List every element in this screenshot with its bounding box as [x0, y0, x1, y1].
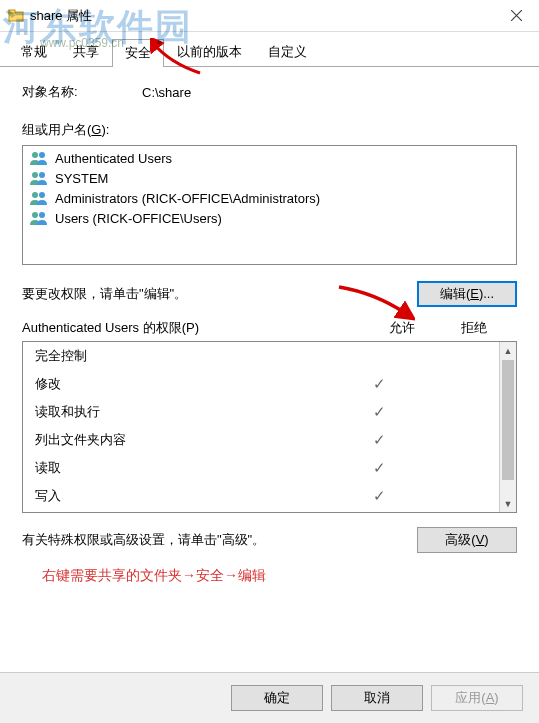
- svg-point-5: [39, 172, 45, 178]
- permission-name: 写入: [35, 487, 343, 505]
- apply-button[interactable]: 应用(A): [431, 685, 523, 711]
- svg-point-3: [39, 152, 45, 158]
- permission-row: 完全控制: [23, 342, 499, 370]
- permission-row: 写入✓: [23, 482, 499, 510]
- scroll-thumb[interactable]: [502, 360, 514, 480]
- permission-row: 列出文件夹内容✓: [23, 426, 499, 454]
- svg-point-8: [32, 212, 38, 218]
- list-item-label: Users (RICK-OFFICE\Users): [55, 211, 222, 226]
- permission-name: 修改: [35, 375, 343, 393]
- object-name-row: 对象名称: C:\share: [22, 83, 517, 101]
- tab-strip: 常规 共享 安全 以前的版本 自定义: [0, 32, 539, 67]
- advanced-hint: 有关特殊权限或高级设置，请单击"高级"。: [22, 531, 265, 549]
- list-item-label: Authenticated Users: [55, 151, 172, 166]
- permissions-list: 完全控制修改✓读取和执行✓列出文件夹内容✓读取✓写入✓ ▲ ▼: [22, 341, 517, 513]
- permissions-header-label: Authenticated Users 的权限(P): [22, 319, 199, 337]
- svg-point-6: [32, 192, 38, 198]
- permission-name: 读取和执行: [35, 403, 343, 421]
- list-item[interactable]: Administrators (RICK-OFFICE\Administrato…: [27, 188, 512, 208]
- users-group-icon: [29, 210, 49, 226]
- allow-check-icon: ✓: [343, 375, 415, 393]
- deny-column-header: 拒绝: [461, 319, 487, 337]
- groups-label: 组或用户名(G):: [22, 121, 517, 139]
- users-group-icon: [29, 190, 49, 206]
- users-listbox[interactable]: Authenticated Users SYSTEM Administrator…: [22, 145, 517, 265]
- list-item[interactable]: Authenticated Users: [27, 148, 512, 168]
- scroll-up-arrow[interactable]: ▲: [500, 342, 516, 359]
- tab-security[interactable]: 安全: [112, 39, 164, 67]
- permission-name: 列出文件夹内容: [35, 431, 343, 449]
- allow-check-icon: ✓: [343, 487, 415, 505]
- allow-check-icon: ✓: [343, 403, 415, 421]
- tab-customize[interactable]: 自定义: [255, 38, 320, 66]
- instruction-text: 右键需要共享的文件夹→安全→编辑: [42, 567, 497, 585]
- permissions-header: Authenticated Users 的权限(P) 允许 拒绝: [22, 319, 517, 337]
- advanced-button[interactable]: 高级(V): [417, 527, 517, 553]
- security-panel: 对象名称: C:\share 组或用户名(G): Authenticated U…: [0, 67, 539, 607]
- svg-rect-1: [9, 10, 15, 13]
- allow-check-icon: ✓: [343, 431, 415, 449]
- object-name-value: C:\share: [142, 85, 191, 100]
- users-group-icon: [29, 150, 49, 166]
- window-title: share 属性: [30, 7, 92, 25]
- tab-general[interactable]: 常规: [8, 38, 60, 66]
- svg-point-7: [39, 192, 45, 198]
- list-item-label: SYSTEM: [55, 171, 108, 186]
- permission-row: 读取✓: [23, 454, 499, 482]
- permission-name: 读取: [35, 459, 343, 477]
- ok-button[interactable]: 确定: [231, 685, 323, 711]
- permission-name: 完全控制: [35, 347, 343, 365]
- scrollbar[interactable]: ▲ ▼: [499, 342, 516, 512]
- title-bar: share 属性: [0, 0, 539, 32]
- edit-hint: 要更改权限，请单击"编辑"。: [22, 285, 187, 303]
- close-button[interactable]: [493, 0, 539, 32]
- allow-column-header: 允许: [389, 319, 415, 337]
- svg-point-2: [32, 152, 38, 158]
- cancel-button[interactable]: 取消: [331, 685, 423, 711]
- close-icon: [511, 10, 522, 21]
- svg-point-9: [39, 212, 45, 218]
- scroll-down-arrow[interactable]: ▼: [500, 495, 516, 512]
- users-group-icon: [29, 170, 49, 186]
- dialog-footer: 确定 取消 应用(A): [0, 672, 539, 723]
- permission-row: 读取和执行✓: [23, 398, 499, 426]
- list-item[interactable]: SYSTEM: [27, 168, 512, 188]
- edit-button[interactable]: 编辑(E)...: [417, 281, 517, 307]
- list-item[interactable]: Users (RICK-OFFICE\Users): [27, 208, 512, 228]
- allow-check-icon: ✓: [343, 459, 415, 477]
- folder-icon: [8, 8, 24, 24]
- tab-sharing[interactable]: 共享: [60, 38, 112, 66]
- object-name-label: 对象名称:: [22, 83, 142, 101]
- tab-previous-versions[interactable]: 以前的版本: [164, 38, 255, 66]
- svg-point-4: [32, 172, 38, 178]
- list-item-label: Administrators (RICK-OFFICE\Administrato…: [55, 191, 320, 206]
- permission-row: 修改✓: [23, 370, 499, 398]
